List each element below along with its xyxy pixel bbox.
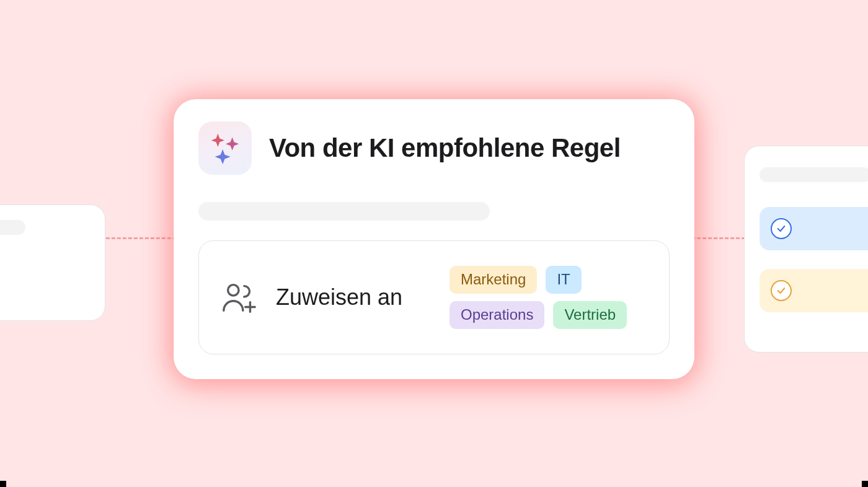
next-step-card [744, 146, 868, 353]
ai-recommended-rule-card: Von der KI empfohlene Regel Zuweisen an … [174, 99, 694, 379]
status-row-pending [760, 269, 868, 312]
check-icon [771, 218, 792, 239]
check-icon [771, 280, 792, 301]
assign-to-box[interactable]: Zuweisen an MarketingITOperationsVertrie… [198, 240, 670, 354]
decorative-corner [862, 481, 868, 487]
placeholder-bar [0, 220, 25, 235]
prev-step-card [0, 204, 105, 321]
card-header: Von der KI empfohlene Regel [198, 121, 670, 175]
assign-label: Zuweisen an [276, 284, 402, 310]
decorative-corner [0, 481, 6, 487]
status-row-done [760, 207, 868, 250]
tag-vertrieb[interactable]: Vertrieb [553, 301, 627, 329]
placeholder-bar [760, 167, 868, 182]
ai-sparkle-icon [198, 121, 252, 175]
svg-point-0 [228, 284, 239, 295]
card-title: Von der KI empfohlene Regel [269, 133, 621, 163]
placeholder-bar [198, 202, 490, 221]
add-user-icon [220, 278, 259, 317]
assignee-tags: MarketingITOperationsVertrieb [450, 266, 648, 329]
tag-it[interactable]: IT [546, 266, 581, 294]
tag-marketing[interactable]: Marketing [450, 266, 537, 294]
tag-operations[interactable]: Operations [450, 301, 544, 329]
